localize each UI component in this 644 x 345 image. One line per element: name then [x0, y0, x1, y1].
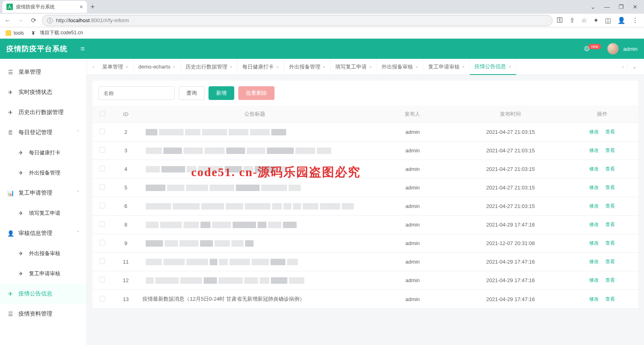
new-tab-button[interactable]: + — [87, 1, 98, 12]
sidebar-item[interactable]: ✈ 疫情公告信息 — [0, 284, 87, 304]
sidebar-item[interactable]: ✈ 填写复工申请 — [0, 203, 87, 223]
row-checkbox[interactable] — [99, 184, 105, 190]
bookmark-tools[interactable]: tools — [6, 30, 24, 36]
star-icon[interactable]: ☆ — [581, 17, 587, 24]
nav-reload-icon[interactable]: ⟳ — [29, 17, 38, 24]
view-link[interactable]: 查看 — [605, 222, 615, 227]
close-icon[interactable]: × — [369, 64, 372, 69]
view-link[interactable]: 查看 — [605, 203, 615, 209]
profile-icon[interactable]: 👤 — [617, 17, 625, 24]
view-link[interactable]: 查看 — [605, 148, 615, 153]
edit-link[interactable]: 修改 — [589, 296, 599, 302]
minimize-icon[interactable]: — — [604, 4, 610, 10]
close-icon[interactable]: × — [80, 4, 83, 10]
close-icon[interactable]: × — [126, 64, 128, 69]
sidebar-item[interactable]: ✈ 历史出行数据管理 — [0, 102, 87, 123]
view-link[interactable]: 查看 — [605, 277, 615, 283]
nav-back-icon[interactable]: ← — [3, 17, 12, 24]
batch-delete-button[interactable]: 批量删除 — [238, 86, 275, 100]
settings-icon[interactable]: ⚙new — [584, 44, 602, 53]
sidebar-item-label: 菜单管理 — [19, 69, 41, 76]
sidebar-item[interactable]: ✈ 每日健康打卡 — [0, 143, 87, 163]
tabs-dropdown-icon[interactable]: ⌄ — [627, 64, 642, 70]
select-all-checkbox[interactable] — [99, 111, 105, 116]
page-tab[interactable]: 历史出行数据管理 × — [181, 59, 237, 75]
bookmark-code51[interactable]: ¥ 项目下载:code51.cn — [32, 29, 83, 36]
view-link[interactable]: 查看 — [605, 259, 615, 264]
sidebar-item[interactable]: ✈ 实时疫情状态 — [0, 82, 87, 102]
key-icon[interactable]: ⚿ — [557, 17, 563, 24]
row-checkbox[interactable] — [99, 296, 105, 301]
view-link[interactable]: 查看 — [605, 129, 615, 135]
sidebar-toggle-icon[interactable]: ≡ — [80, 45, 85, 53]
cell-time: 2021-04-27 21:03:15 — [455, 179, 566, 197]
close-icon[interactable]: × — [462, 64, 464, 69]
sidepanel-icon[interactable]: ◫ — [605, 17, 611, 24]
kebab-icon[interactable]: ⋮ — [632, 17, 638, 24]
query-button[interactable]: 查询 — [179, 86, 204, 100]
close-icon[interactable]: × — [173, 64, 175, 69]
page-tab[interactable]: 疫情公告信息 × — [470, 59, 516, 75]
edit-link[interactable]: 修改 — [589, 129, 599, 135]
edit-link[interactable]: 修改 — [589, 240, 599, 246]
cell-time: 2021-04-29 17:47:16 — [455, 216, 566, 234]
page-tab[interactable]: 菜单管理 × — [97, 59, 133, 75]
edit-link[interactable]: 修改 — [589, 148, 599, 153]
page-tab[interactable]: 外出报备审核 × — [377, 59, 423, 75]
sidebar-item-label: 审核信息管理 — [19, 230, 52, 237]
sidebar-item-label: 实时疫情状态 — [19, 89, 52, 96]
row-checkbox[interactable] — [99, 277, 105, 283]
sidebar-item[interactable]: ✈ 外出报备管理 — [0, 163, 87, 183]
maximize-icon[interactable]: ❐ — [619, 4, 624, 10]
site-info-icon[interactable]: i — [47, 18, 53, 23]
tabs-scroll-right-icon[interactable]: › — [619, 64, 627, 70]
url-input[interactable]: i http://localhost:8001/#/fy-inform — [42, 15, 553, 26]
sidebar-item[interactable]: ✈ 外出报备审核 — [0, 243, 87, 264]
nav-forward-icon[interactable]: → — [16, 17, 25, 24]
page-tab[interactable]: 复工申请审核 × — [423, 59, 470, 75]
view-link[interactable]: 查看 — [605, 166, 615, 172]
row-checkbox[interactable] — [99, 240, 105, 245]
search-input[interactable] — [98, 86, 175, 100]
page-tab-label: 疫情公告信息 — [475, 63, 506, 70]
share-icon[interactable]: ⇪ — [570, 17, 575, 24]
sidebar-item[interactable]: ✈ 复工申请审核 — [0, 264, 87, 284]
edit-link[interactable]: 修改 — [589, 259, 599, 264]
window-close-icon[interactable]: ✕ — [633, 4, 638, 10]
close-icon[interactable]: × — [508, 64, 511, 69]
sidebar-item[interactable]: 🗓 每日登记管理 ˄ — [0, 123, 87, 143]
close-icon[interactable]: × — [415, 64, 418, 69]
close-icon[interactable]: × — [276, 64, 279, 69]
add-button[interactable]: 新增 — [208, 86, 234, 100]
row-checkbox[interactable] — [99, 129, 105, 134]
view-link[interactable]: 查看 — [605, 185, 615, 190]
edit-link[interactable]: 修改 — [589, 185, 599, 190]
row-checkbox[interactable] — [99, 221, 105, 227]
row-checkbox[interactable] — [99, 147, 105, 153]
browser-tab[interactable]: 人 疫情防疫平台系统 × — [2, 1, 87, 13]
close-icon[interactable]: × — [230, 64, 232, 69]
edit-link[interactable]: 修改 — [589, 166, 599, 172]
view-link[interactable]: 查看 — [605, 296, 615, 302]
page-tab[interactable]: 每日健康打卡 × — [237, 59, 284, 75]
sidebar-item[interactable]: 👤 审核信息管理 ˄ — [0, 223, 87, 243]
row-checkbox[interactable] — [99, 258, 105, 264]
window-dropdown-icon[interactable]: ⌄ — [590, 4, 595, 10]
sidebar-item[interactable]: 📊 复工申请管理 ˄ — [0, 183, 87, 203]
extensions-icon[interactable]: ✦ — [593, 17, 599, 24]
row-checkbox[interactable] — [99, 203, 105, 208]
username-label[interactable]: admin — [623, 46, 638, 52]
page-tab[interactable]: 外出报备管理 × — [284, 59, 330, 75]
page-tab[interactable]: 填写复工申请 × — [330, 59, 377, 75]
row-checkbox[interactable] — [99, 166, 105, 171]
sidebar-item[interactable]: ☰ 菜单管理 — [0, 62, 87, 82]
avatar[interactable] — [607, 43, 619, 54]
close-icon[interactable]: × — [323, 64, 325, 69]
sidebar-item[interactable]: ☰ 疫情资料管理 — [0, 304, 87, 324]
view-link[interactable]: 查看 — [605, 240, 615, 246]
tabs-scroll-left-icon[interactable]: ‹ — [89, 64, 97, 70]
page-tab[interactable]: demo-echarts × — [134, 59, 181, 75]
edit-link[interactable]: 修改 — [589, 277, 599, 283]
edit-link[interactable]: 修改 — [589, 203, 599, 209]
edit-link[interactable]: 修改 — [589, 222, 599, 227]
